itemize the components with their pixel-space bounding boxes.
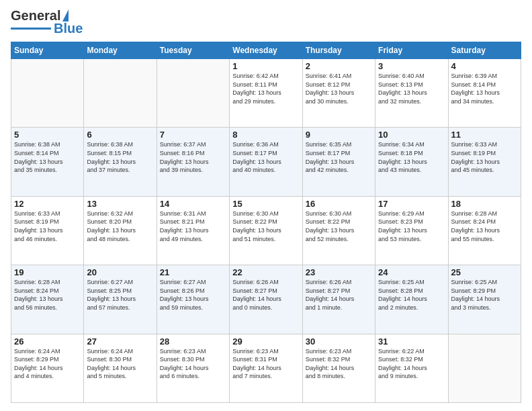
day-info: Sunrise: 6:31 AM Sunset: 8:21 PM Dayligh… xyxy=(160,210,226,243)
day-number: 21 xyxy=(160,267,226,277)
logo-triangle-icon xyxy=(62,9,69,21)
day-number: 28 xyxy=(160,336,226,347)
table-row: 10Sunrise: 6:34 AM Sunset: 8:18 PM Dayli… xyxy=(375,128,448,196)
day-info: Sunrise: 6:42 AM Sunset: 8:11 PM Dayligh… xyxy=(232,72,299,105)
day-info: Sunrise: 6:22 AM Sunset: 8:32 PM Dayligh… xyxy=(378,347,445,381)
table-row: 27Sunrise: 6:24 AM Sunset: 8:30 PM Dayli… xyxy=(84,334,157,402)
day-info: Sunrise: 6:33 AM Sunset: 8:19 PM Dayligh… xyxy=(451,140,518,174)
col-monday: Monday xyxy=(84,42,157,59)
table-row: 11Sunrise: 6:33 AM Sunset: 8:19 PM Dayli… xyxy=(448,128,521,196)
logo: General Blue xyxy=(11,8,83,36)
table-row: 4Sunrise: 6:39 AM Sunset: 8:14 PM Daylig… xyxy=(448,59,521,128)
day-info: Sunrise: 6:40 AM Sunset: 8:13 PM Dayligh… xyxy=(378,72,445,105)
day-info: Sunrise: 6:24 AM Sunset: 8:29 PM Dayligh… xyxy=(14,347,81,381)
day-info: Sunrise: 6:36 AM Sunset: 8:17 PM Dayligh… xyxy=(232,140,299,174)
calendar-week-row: 19Sunrise: 6:28 AM Sunset: 8:24 PM Dayli… xyxy=(11,265,521,334)
day-info: Sunrise: 6:24 AM Sunset: 8:30 PM Dayligh… xyxy=(87,347,153,381)
table-row: 21Sunrise: 6:27 AM Sunset: 8:26 PM Dayli… xyxy=(157,265,229,334)
col-wednesday: Wednesday xyxy=(230,42,302,59)
calendar-header-row: Sunday Monday Tuesday Wednesday Thursday… xyxy=(11,42,521,59)
table-row: 19Sunrise: 6:28 AM Sunset: 8:24 PM Dayli… xyxy=(11,265,84,334)
calendar-week-row: 1Sunrise: 6:42 AM Sunset: 8:11 PM Daylig… xyxy=(11,59,521,128)
day-number: 31 xyxy=(378,336,445,347)
table-row: 14Sunrise: 6:31 AM Sunset: 8:21 PM Dayli… xyxy=(157,196,229,265)
table-row: 9Sunrise: 6:35 AM Sunset: 8:17 PM Daylig… xyxy=(302,128,375,196)
day-info: Sunrise: 6:33 AM Sunset: 8:19 PM Dayligh… xyxy=(14,210,81,243)
day-number: 11 xyxy=(451,130,518,140)
day-number: 4 xyxy=(451,61,518,71)
day-number: 8 xyxy=(232,130,299,140)
day-info: Sunrise: 6:23 AM Sunset: 8:30 PM Dayligh… xyxy=(160,347,226,381)
calendar-week-row: 26Sunrise: 6:24 AM Sunset: 8:29 PM Dayli… xyxy=(11,334,521,402)
page: General Blue Sunday Monday Tuesday Wedne… xyxy=(0,0,532,411)
day-info: Sunrise: 6:28 AM Sunset: 8:24 PM Dayligh… xyxy=(451,210,518,243)
day-number: 6 xyxy=(87,130,153,140)
table-row: 12Sunrise: 6:33 AM Sunset: 8:19 PM Dayli… xyxy=(11,196,84,265)
day-number: 10 xyxy=(378,130,445,140)
table-row: 5Sunrise: 6:38 AM Sunset: 8:14 PM Daylig… xyxy=(11,128,84,196)
table-row: 29Sunrise: 6:23 AM Sunset: 8:31 PM Dayli… xyxy=(230,334,302,402)
day-info: Sunrise: 6:28 AM Sunset: 8:24 PM Dayligh… xyxy=(14,278,81,312)
table-row: 6Sunrise: 6:38 AM Sunset: 8:15 PM Daylig… xyxy=(84,128,157,196)
logo-line-decoration xyxy=(11,28,51,30)
day-info: Sunrise: 6:25 AM Sunset: 8:29 PM Dayligh… xyxy=(451,278,518,312)
table-row xyxy=(84,59,157,128)
day-info: Sunrise: 6:27 AM Sunset: 8:25 PM Dayligh… xyxy=(87,278,153,312)
table-row: 26Sunrise: 6:24 AM Sunset: 8:29 PM Dayli… xyxy=(11,334,84,402)
table-row: 18Sunrise: 6:28 AM Sunset: 8:24 PM Dayli… xyxy=(448,196,521,265)
day-number: 29 xyxy=(232,336,299,347)
table-row xyxy=(448,334,521,402)
table-row: 3Sunrise: 6:40 AM Sunset: 8:13 PM Daylig… xyxy=(375,59,448,128)
col-friday: Friday xyxy=(375,42,448,59)
day-info: Sunrise: 6:29 AM Sunset: 8:23 PM Dayligh… xyxy=(378,210,445,243)
table-row: 16Sunrise: 6:30 AM Sunset: 8:22 PM Dayli… xyxy=(302,196,375,265)
day-info: Sunrise: 6:25 AM Sunset: 8:28 PM Dayligh… xyxy=(378,278,445,312)
day-number: 12 xyxy=(14,199,81,209)
day-number: 15 xyxy=(232,199,299,209)
table-row: 7Sunrise: 6:37 AM Sunset: 8:16 PM Daylig… xyxy=(157,128,229,196)
day-number: 25 xyxy=(451,267,518,277)
col-saturday: Saturday xyxy=(448,42,521,59)
day-info: Sunrise: 6:23 AM Sunset: 8:32 PM Dayligh… xyxy=(306,347,372,381)
day-info: Sunrise: 6:26 AM Sunset: 8:27 PM Dayligh… xyxy=(306,278,372,312)
day-number: 20 xyxy=(87,267,153,277)
day-info: Sunrise: 6:26 AM Sunset: 8:27 PM Dayligh… xyxy=(232,278,299,312)
day-info: Sunrise: 6:38 AM Sunset: 8:14 PM Dayligh… xyxy=(14,140,81,174)
col-thursday: Thursday xyxy=(302,42,375,59)
table-row: 1Sunrise: 6:42 AM Sunset: 8:11 PM Daylig… xyxy=(230,59,302,128)
day-number: 24 xyxy=(378,267,445,277)
day-number: 26 xyxy=(14,336,81,347)
day-number: 16 xyxy=(306,199,372,209)
calendar-table: Sunday Monday Tuesday Wednesday Thursday… xyxy=(11,42,521,403)
header: General Blue xyxy=(11,8,521,36)
table-row: 22Sunrise: 6:26 AM Sunset: 8:27 PM Dayli… xyxy=(230,265,302,334)
calendar-week-row: 5Sunrise: 6:38 AM Sunset: 8:14 PM Daylig… xyxy=(11,128,521,196)
day-number: 5 xyxy=(14,130,81,140)
day-info: Sunrise: 6:30 AM Sunset: 8:22 PM Dayligh… xyxy=(306,210,372,243)
col-tuesday: Tuesday xyxy=(157,42,229,59)
day-number: 9 xyxy=(306,130,372,140)
day-number: 19 xyxy=(14,267,81,277)
table-row: 24Sunrise: 6:25 AM Sunset: 8:28 PM Dayli… xyxy=(375,265,448,334)
calendar-week-row: 12Sunrise: 6:33 AM Sunset: 8:19 PM Dayli… xyxy=(11,196,521,265)
day-number: 30 xyxy=(306,336,372,347)
table-row: 23Sunrise: 6:26 AM Sunset: 8:27 PM Dayli… xyxy=(302,265,375,334)
day-number: 13 xyxy=(87,199,153,209)
day-number: 22 xyxy=(232,267,299,277)
table-row xyxy=(11,59,84,128)
table-row: 25Sunrise: 6:25 AM Sunset: 8:29 PM Dayli… xyxy=(448,265,521,334)
day-info: Sunrise: 6:37 AM Sunset: 8:16 PM Dayligh… xyxy=(160,140,226,174)
day-number: 23 xyxy=(306,267,372,277)
day-number: 14 xyxy=(160,199,226,209)
day-info: Sunrise: 6:30 AM Sunset: 8:22 PM Dayligh… xyxy=(232,210,299,243)
day-info: Sunrise: 6:41 AM Sunset: 8:12 PM Dayligh… xyxy=(306,72,372,105)
table-row: 17Sunrise: 6:29 AM Sunset: 8:23 PM Dayli… xyxy=(375,196,448,265)
day-info: Sunrise: 6:39 AM Sunset: 8:14 PM Dayligh… xyxy=(451,72,518,105)
day-info: Sunrise: 6:34 AM Sunset: 8:18 PM Dayligh… xyxy=(378,140,445,174)
logo-blue-text: Blue xyxy=(54,21,83,36)
day-info: Sunrise: 6:38 AM Sunset: 8:15 PM Dayligh… xyxy=(87,140,153,174)
table-row: 28Sunrise: 6:23 AM Sunset: 8:30 PM Dayli… xyxy=(157,334,229,402)
day-info: Sunrise: 6:32 AM Sunset: 8:20 PM Dayligh… xyxy=(87,210,153,243)
col-sunday: Sunday xyxy=(11,42,84,59)
table-row: 13Sunrise: 6:32 AM Sunset: 8:20 PM Dayli… xyxy=(84,196,157,265)
